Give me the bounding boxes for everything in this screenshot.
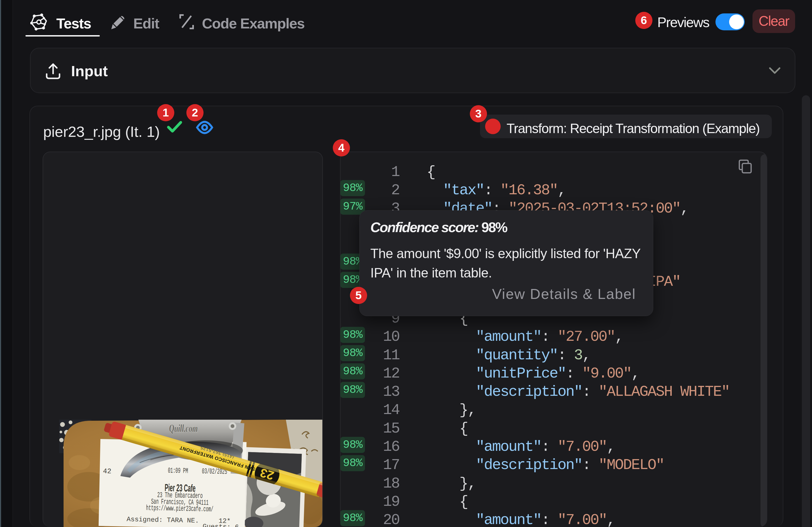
svg-text:Guests: 6: Guests: 6 [202, 523, 239, 527]
svg-text:42: 42 [103, 467, 112, 475]
svg-text:https://www.pier23cafe.com/: https://www.pier23cafe.com/ [146, 504, 213, 514]
svg-text:01:09 PM: 01:09 PM [168, 466, 188, 475]
svg-text:Quill.com: Quill.com [169, 422, 198, 435]
svg-text:Assigned: TARA NE.: Assigned: TARA NE. [127, 515, 199, 525]
